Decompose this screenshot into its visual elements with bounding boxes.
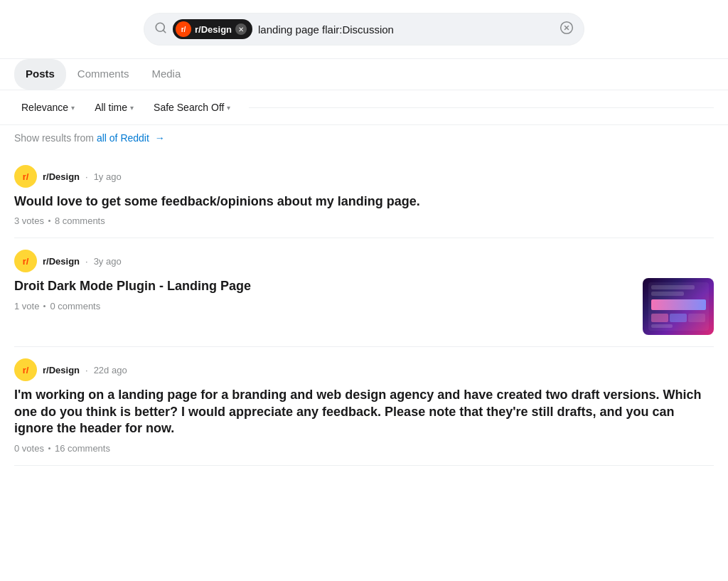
tab-posts[interactable]: Posts [14, 59, 66, 90]
post-title: Droit Dark Mode Plugin - Landing Page [14, 278, 634, 294]
post-subreddit: r/Design [43, 365, 80, 375]
separator: · [85, 171, 88, 182]
post-title: Would love to get some feedback/opinions… [14, 193, 714, 210]
subreddit-name: r/Design [195, 24, 232, 35]
tab-media[interactable]: Media [140, 59, 192, 90]
post-title: I'm working on a landing page for a bran… [14, 387, 714, 437]
post-votes: 3 votes [14, 215, 44, 226]
stats-dot [43, 305, 46, 307]
results-container: r/ r/Design · 1y ago Would love to get s… [0, 154, 728, 466]
search-icon [154, 21, 167, 37]
search-clear-button[interactable] [560, 21, 574, 38]
safe-search-chevron-icon: ▾ [227, 104, 230, 112]
post-meta: r/ r/Design · 22d ago [14, 358, 714, 381]
subreddit-avatar: r/ [176, 21, 191, 37]
post-content: Would love to get some feedback/opinions… [14, 193, 714, 226]
relevance-chevron-icon: ▾ [71, 104, 75, 112]
post-time: 1y ago [94, 171, 122, 182]
svg-line-1 [163, 30, 165, 32]
search-bar-container: r/ r/Design ✕ [0, 0, 728, 59]
stats-dot [48, 447, 50, 449]
post-text: Droit Dark Mode Plugin - Landing Page 1 … [14, 278, 634, 311]
filter-divider [249, 107, 714, 108]
subreddit-pill[interactable]: r/ r/Design ✕ [173, 19, 252, 39]
separator: · [85, 256, 88, 267]
post-votes: 0 votes [14, 443, 44, 454]
tabs-container: Posts Comments Media [0, 59, 728, 90]
post-comments: 16 comments [55, 443, 110, 454]
post-comments: 0 comments [50, 301, 100, 311]
thumb-bar [651, 324, 673, 329]
time-chevron-icon: ▾ [130, 104, 134, 112]
filters-container: Relevance ▾ All time ▾ Safe Search Off ▾ [0, 90, 728, 125]
separator: · [85, 365, 88, 375]
post-thumbnail [643, 278, 714, 335]
post-subreddit: r/Design [43, 256, 80, 267]
thumb-block [688, 314, 705, 322]
post-votes: 1 vote [14, 301, 39, 311]
avatar: r/ [14, 250, 37, 272]
thumb-block [651, 314, 668, 322]
post-subreddit: r/Design [43, 171, 80, 182]
thumbnail-inner [648, 282, 709, 331]
time-filter[interactable]: All time ▾ [87, 97, 141, 117]
relevance-filter[interactable]: Relevance ▾ [14, 97, 82, 117]
post-item[interactable]: r/ r/Design · 1y ago Would love to get s… [14, 154, 714, 238]
show-results-arrow: → [155, 132, 165, 144]
post-content: I'm working on a landing page for a bran… [14, 387, 714, 453]
search-input[interactable] [258, 23, 554, 36]
post-text: Would love to get some feedback/opinions… [14, 193, 714, 226]
thumb-accent [651, 299, 706, 310]
avatar: r/ [14, 165, 37, 188]
thumb-bar [651, 285, 695, 289]
post-stats: 3 votes 8 comments [14, 215, 714, 226]
post-content: Droit Dark Mode Plugin - Landing Page 1 … [14, 278, 714, 335]
thumb-block [670, 314, 687, 322]
safe-search-filter[interactable]: Safe Search Off ▾ [146, 97, 237, 117]
avatar: r/ [14, 358, 37, 381]
post-meta: r/ r/Design · 1y ago [14, 165, 714, 188]
post-item[interactable]: r/ r/Design · 22d ago I'm working on a l… [14, 347, 714, 465]
post-comments: 8 comments [55, 215, 105, 226]
post-time: 22d ago [94, 365, 127, 375]
post-stats: 0 votes 16 comments [14, 443, 714, 454]
search-bar[interactable]: r/ r/Design ✕ [144, 13, 584, 46]
stats-dot [48, 220, 50, 222]
tab-comments[interactable]: Comments [66, 59, 141, 90]
thumb-blocks [651, 314, 706, 322]
post-stats: 1 vote 0 comments [14, 301, 634, 311]
show-results-bar: Show results from all of Reddit → [0, 125, 728, 154]
all-of-reddit-link[interactable]: all of Reddit [97, 132, 149, 144]
thumb-bar [651, 292, 684, 296]
post-meta: r/ r/Design · 3y ago [14, 250, 714, 272]
thumbnail-image [643, 278, 714, 335]
post-item[interactable]: r/ r/Design · 3y ago Droit Dark Mode Plu… [14, 238, 714, 347]
subreddit-pill-close[interactable]: ✕ [235, 23, 247, 35]
post-time: 3y ago [94, 256, 122, 267]
post-text: I'm working on a landing page for a bran… [14, 387, 714, 453]
